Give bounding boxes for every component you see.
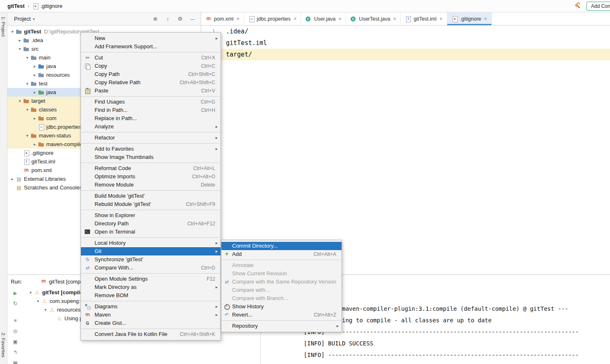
stop-icon[interactable] <box>12 317 19 324</box>
editor-tab-usertest-java[interactable]: UserTest.java × <box>346 12 401 25</box>
chevron-down-icon[interactable]: ▾ <box>33 17 35 21</box>
menu-item-directory-path[interactable]: Directory Path Ctrl+Alt+F12 <box>81 220 221 228</box>
menu-item-refactor[interactable]: Refactor ▸ <box>81 134 221 142</box>
menu-item-optimize-imports[interactable]: Optimize Imports Ctrl+Alt+O <box>81 173 221 181</box>
breadcrumb-file[interactable]: .gitignore <box>32 3 62 9</box>
tool-window-button-project[interactable]: 1: Project <box>1 17 6 37</box>
menu-item-remove-module[interactable]: Remove Module Delete <box>81 181 221 189</box>
chevron-icon[interactable]: ▾ <box>17 99 23 103</box>
menu-item-commit-directory[interactable]: Commit Directory... <box>221 242 342 250</box>
editor-line[interactable]: 1 .idea/ <box>201 26 610 37</box>
wrench-icon[interactable] <box>574 2 582 10</box>
menu-item-label: Show History <box>232 303 264 310</box>
menu-item-git[interactable]: Git ▸ <box>81 247 221 255</box>
chevron-icon[interactable]: ▾ <box>35 299 41 303</box>
editor-tab-user-java[interactable]: User.java × <box>301 12 346 25</box>
menu-item-show-image-thumbnails[interactable]: Show Image Thumbnails <box>81 153 221 161</box>
menu-item-reformat-code[interactable]: Reformat Code Ctrl+Alt+L <box>81 164 221 173</box>
menu-item-rebuild-module-gittest[interactable]: Rebuild Module 'gitTest' Ctrl+Shift+F9 <box>81 200 221 208</box>
menu-item-diagrams[interactable]: Diagrams ▸ <box>81 303 221 311</box>
collapse-icon[interactable] <box>164 16 171 22</box>
close-icon[interactable]: × <box>339 16 342 22</box>
hide-icon[interactable] <box>189 16 196 22</box>
menu-item-add-to-favorites[interactable]: Add to Favorites ▸ <box>81 145 221 153</box>
menu-item-show-current-revision[interactable]: Show Current Revision <box>221 269 342 278</box>
chevron-icon[interactable]: ▸ <box>31 64 38 69</box>
menu-item-copy[interactable]: Copy Ctrl+C <box>81 62 221 70</box>
editor-tab-gittest-iml[interactable]: gitTest.iml × <box>401 12 447 25</box>
menu-item-add[interactable]: Add Ctrl+Alt+A <box>221 250 342 258</box>
menu-item-copy-relative-path[interactable]: Copy Relative Path Ctrl+Alt+Shift+C <box>81 78 221 87</box>
menu-item-synchronize-gittest[interactable]: Synchronize 'gitTest' <box>81 255 221 264</box>
menu-item-add-framework-support[interactable]: Add Framework Support... <box>81 43 221 51</box>
chevron-icon[interactable]: ▾ <box>42 307 49 312</box>
chevron-icon[interactable]: ▾ <box>9 29 16 34</box>
chevron-icon[interactable]: ▾ <box>27 290 34 295</box>
menu-item-annotate[interactable]: Annotate <box>221 261 342 269</box>
menu-item-remove-bom[interactable]: Remove BOM <box>81 291 221 300</box>
menu-item-create-gist[interactable]: Create Gist... <box>81 319 221 327</box>
chevron-icon[interactable]: ▸ <box>9 177 16 181</box>
close-icon[interactable]: × <box>236 16 240 22</box>
menu-item-find-in-path[interactable]: Find in Path... Ctrl+H <box>81 106 221 114</box>
menu-item-compare-with-branch[interactable]: Compare with Branch... <box>221 294 342 303</box>
close-icon[interactable]: × <box>484 16 487 22</box>
menu-item-find-usages[interactable]: Find Usages Ctrl+G <box>81 98 221 106</box>
menu-item-compare-with-the-same-repository-version[interactable]: Compare with the Same Repository Version <box>221 278 342 286</box>
chevron-icon[interactable]: ▸ <box>31 142 38 147</box>
chevron-icon[interactable]: ▾ <box>24 107 31 112</box>
run-tree-label: gitTest [compile] <box>42 289 85 295</box>
menu-item-analyze[interactable]: Analyze ▸ <box>81 123 221 131</box>
tool-window-button-favorites[interactable]: 2: Favorites <box>1 333 6 357</box>
chevron-icon[interactable]: ▾ <box>24 81 31 86</box>
editor-tab-gitignore[interactable]: .gitignore × <box>447 12 492 25</box>
breadcrumb-project[interactable]: gitTest <box>7 3 25 9</box>
menu-item-paste[interactable]: Paste Ctrl+V <box>81 87 221 95</box>
menu-item-show-history[interactable]: Show History <box>221 303 342 311</box>
chevron-icon[interactable]: ▾ <box>24 133 31 138</box>
chevron-icon[interactable]: ▸ <box>31 73 38 77</box>
menu-item-compare-with[interactable]: Compare with... <box>221 286 342 294</box>
camera-icon[interactable] <box>12 338 19 345</box>
menu-item-label: Rebuild Module 'gitTest' <box>95 201 151 207</box>
chevron-icon[interactable]: ▸ <box>31 90 38 95</box>
menu-item-copy-path[interactable]: Copy Path Ctrl+Shift+C <box>81 70 221 78</box>
add-configuration-button[interactable]: Add Con <box>586 2 610 11</box>
menu-item-cut[interactable]: Cut Ctrl+X <box>81 54 221 62</box>
menu-item-local-history[interactable]: Local History ▸ <box>81 239 221 247</box>
editor[interactable]: 1 .idea/ 2 gitTest.iml 3 target/ <box>201 26 610 274</box>
project-view-selector[interactable]: Project <box>14 16 31 22</box>
menu-item-open-in-terminal[interactable]: Open in Terminal <box>81 228 221 236</box>
search-icon[interactable] <box>12 328 19 334</box>
rerun-icon[interactable] <box>12 300 19 307</box>
restore-icon[interactable] <box>12 349 19 356</box>
run-icon[interactable] <box>12 290 19 296</box>
editor-line[interactable]: 3 target/ <box>201 49 610 60</box>
grid-icon[interactable] <box>12 360 19 364</box>
locate-icon[interactable] <box>152 16 159 22</box>
menu-item-mark-directory-as[interactable]: Mark Directory as ▸ <box>81 283 221 291</box>
menu-item-label: New <box>95 35 105 41</box>
chevron-icon[interactable]: ▾ <box>17 47 23 51</box>
menu-item-new[interactable]: New ▸ <box>81 34 221 43</box>
menu-item-build-module-gittest[interactable]: Build Module 'gitTest' <box>81 192 221 200</box>
menu-item-replace-in-path[interactable]: Replace in Path... <box>81 114 221 123</box>
tree-row-label: classes <box>39 106 57 113</box>
menu-item-revert[interactable]: Revert... Ctrl+Alt+Z <box>221 311 342 319</box>
editor-tab-jdbc-properties[interactable]: jdbc.properties × <box>244 12 301 25</box>
chevron-icon[interactable]: ▸ <box>31 116 38 121</box>
chevron-icon[interactable]: ▾ <box>24 55 31 60</box>
menu-item-repository[interactable]: Repository ▸ <box>221 322 342 330</box>
editor-tab-pom-xml[interactable]: pom.xml × <box>201 12 244 25</box>
menu-item-open-module-settings[interactable]: Open Module Settings F12 <box>81 275 221 283</box>
menu-item-show-in-explorer[interactable]: Show in Explorer <box>81 211 221 220</box>
chevron-icon[interactable]: ▸ <box>17 38 23 43</box>
menu-item-compare-with[interactable]: Compare With... Ctrl+D <box>81 264 221 272</box>
menu-item-maven[interactable]: Maven ▸ <box>81 311 221 319</box>
close-icon[interactable]: × <box>439 16 443 22</box>
editor-line[interactable]: 2 gitTest.iml <box>201 37 610 49</box>
menu-item-convert-java-file-to-kotlin-file[interactable]: Convert Java File to Kotlin File Ctrl+Al… <box>81 330 221 338</box>
close-icon[interactable]: × <box>294 16 297 22</box>
close-icon[interactable]: × <box>393 16 396 22</box>
settings-icon[interactable] <box>177 16 183 22</box>
